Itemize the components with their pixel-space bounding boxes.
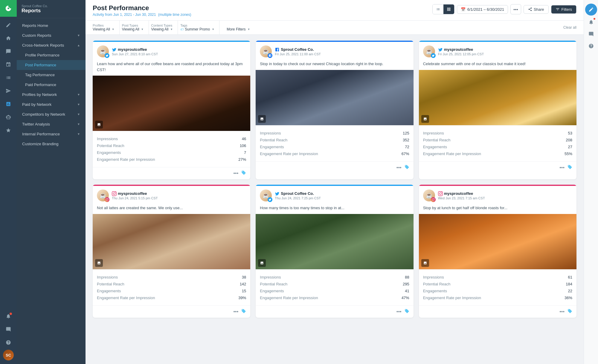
engagement-rate-label: Engagement Rate per Impression xyxy=(97,157,155,162)
engagements-row: Engagements 72 xyxy=(260,143,409,150)
sidebar-item-profiles-by-network[interactable]: Profiles by Network ▼ xyxy=(17,90,86,100)
sidebar-item-tag-performance[interactable]: Tag Performance xyxy=(17,70,86,80)
chevron-icon: ▼ xyxy=(77,132,80,136)
app-logo[interactable] xyxy=(0,0,17,17)
notifications-icon[interactable] xyxy=(2,310,14,322)
lists-icon[interactable] xyxy=(2,72,14,84)
user-avatar[interactable]: SC xyxy=(3,350,14,360)
card-more-button[interactable]: ••• xyxy=(234,171,239,176)
impressions-label: Impressions xyxy=(97,137,118,141)
sidebar-item-label: Custom Reports xyxy=(22,33,51,38)
grid-view-btn[interactable] xyxy=(443,4,454,14)
card-author: Sprout Coffee Co. Fri Jun 25, 2021 11:00… xyxy=(275,47,321,56)
star-icon[interactable] xyxy=(2,124,14,136)
help-rail-button[interactable] xyxy=(586,41,597,51)
sidebar-item-competitors-by-network[interactable]: Competitors by Network ▼ xyxy=(17,109,86,119)
card-footer: ••• xyxy=(256,161,413,174)
sidebar-item-custom-reports[interactable]: Custom Reports ▼ xyxy=(17,30,86,40)
compose-icon[interactable] xyxy=(2,19,14,31)
engagement-rate-row: Engagement Rate per Impression 47% xyxy=(260,294,409,301)
engagements-label: Engagements xyxy=(423,289,447,293)
profiles-filter[interactable]: Profiles Viewing All ▼ xyxy=(93,21,120,34)
engagements-value: 7 xyxy=(244,150,246,155)
sidebar-item-paid-performance[interactable]: Paid Performance xyxy=(17,80,86,90)
card-date: Sun Jun 27, 2021 8:10 am CST xyxy=(112,52,158,56)
card-more-button[interactable]: ••• xyxy=(559,165,565,170)
avatar-wrap: ☕ xyxy=(260,45,272,57)
tags-filter[interactable]: Tags 🏷 Summer Promo ▼ xyxy=(180,21,219,34)
sidebar-item-paid-by-network[interactable]: Paid by Network ▼ xyxy=(17,100,86,109)
send-icon[interactable] xyxy=(2,85,14,97)
bots-icon[interactable] xyxy=(2,111,14,123)
sidebar-item-twitter-analysis[interactable]: Twitter Analysis ▼ xyxy=(17,119,86,129)
potential-reach-row: Potential Reach 295 xyxy=(260,281,409,287)
share-button[interactable]: Share xyxy=(524,5,549,14)
card-footer: ••• xyxy=(419,305,576,318)
chevron-down-icon: ▼ xyxy=(112,28,115,31)
potential-reach-value: 106 xyxy=(240,143,246,148)
card-more-button[interactable]: ••• xyxy=(234,309,239,314)
card-text: How many times is too many times to stop… xyxy=(256,204,413,214)
more-filters-value: More Filters ▼ xyxy=(227,27,250,31)
clear-all-button[interactable]: Clear all xyxy=(563,22,576,33)
card-tag-button[interactable] xyxy=(241,170,246,176)
brand-title: Reports xyxy=(22,8,81,14)
card-tag-button[interactable] xyxy=(405,165,409,171)
engagements-row: Engagements 15 xyxy=(97,287,246,294)
right-rail xyxy=(584,0,598,364)
post-card: ☕ Sprout Coffee Co. Fri Jun 25, 2021 11:… xyxy=(256,41,413,179)
card-footer: ••• xyxy=(256,305,413,318)
sidebar-item-label: Twitter Analysis xyxy=(22,122,50,126)
more-filters-filter[interactable]: More Filters ▼ xyxy=(222,21,250,34)
header-controls: 📅 6/1/2021 – 6/30/2021 ••• Share Filters xyxy=(432,4,576,14)
compose-button[interactable] xyxy=(585,4,597,16)
impressions-label: Impressions xyxy=(260,275,281,279)
card-stats: Impressions 88 Potential Reach 295 Engag… xyxy=(256,269,413,305)
posts-grid: ☕ mysproutcoffee Sun Jun 27, 2021 8:10 a… xyxy=(93,41,576,318)
card-tag-button[interactable] xyxy=(405,309,409,315)
card-tag-button[interactable] xyxy=(568,165,572,171)
list-view-btn[interactable] xyxy=(433,4,443,14)
chevron-down-icon: ▼ xyxy=(212,28,214,31)
feedback-icon[interactable] xyxy=(2,323,14,335)
analytics-icon[interactable] xyxy=(2,98,14,110)
messages-icon[interactable] xyxy=(2,45,14,57)
date-range-button[interactable]: 📅 6/1/2021 – 6/30/2021 xyxy=(457,5,508,14)
pin-icon[interactable] xyxy=(2,59,14,71)
network-icon xyxy=(105,53,109,58)
card-more-button[interactable]: ••• xyxy=(396,309,402,314)
home-icon[interactable] xyxy=(2,32,14,44)
feedback-rail-button[interactable] xyxy=(586,29,597,39)
filters-label: Filters xyxy=(562,7,572,12)
sidebar-item-reports-home[interactable]: Reports Home xyxy=(17,21,86,30)
card-more-button[interactable]: ••• xyxy=(396,165,402,170)
share-label: Share xyxy=(534,7,544,12)
sidebar-item-customize-branding[interactable]: Customize Branding xyxy=(17,139,86,149)
notifications-rail-button[interactable] xyxy=(586,17,597,27)
content-types-filter[interactable]: Content Types Viewing All ▼ xyxy=(151,21,178,34)
image-icon xyxy=(258,259,266,267)
engagement-rate-label: Engagement Rate per Impression xyxy=(423,152,481,156)
sidebar-item-cross-network[interactable]: Cross-Network Reports ▲ xyxy=(17,40,86,50)
tags-filter-label: Tags xyxy=(180,24,214,27)
post-card: ☕ mysproutcoffee Sun Jun 27, 2021 8:10 a… xyxy=(93,41,250,179)
card-tag-button[interactable] xyxy=(568,309,572,315)
post-types-filter[interactable]: Post Types Viewing All ▼ xyxy=(122,21,149,34)
help-icon[interactable] xyxy=(2,337,14,348)
card-text: Learn how and where all of our coffee be… xyxy=(93,60,250,76)
card-tag-button[interactable] xyxy=(241,309,246,315)
card-more-button[interactable]: ••• xyxy=(559,309,565,314)
impressions-value: 38 xyxy=(242,275,246,279)
impressions-row: Impressions 38 xyxy=(97,274,246,281)
engagement-rate-value: 27% xyxy=(238,157,246,162)
engagements-value: 72 xyxy=(405,145,409,149)
sidebar-item-profile-performance[interactable]: Profile Performance xyxy=(17,50,86,60)
sidebar-item-internal-performance[interactable]: Internal Performance ▼ xyxy=(17,129,86,139)
card-date: Fri Jun 25, 2021 11:00 am CST xyxy=(275,52,321,56)
sidebar-item-post-performance[interactable]: Post Performance xyxy=(17,60,86,70)
filters-button[interactable]: Filters xyxy=(551,5,576,14)
potential-reach-label: Potential Reach xyxy=(423,282,451,286)
tag-icon: 🏷 xyxy=(180,27,184,31)
engagements-value: 22 xyxy=(568,289,572,293)
more-options-button[interactable]: ••• xyxy=(510,4,521,14)
